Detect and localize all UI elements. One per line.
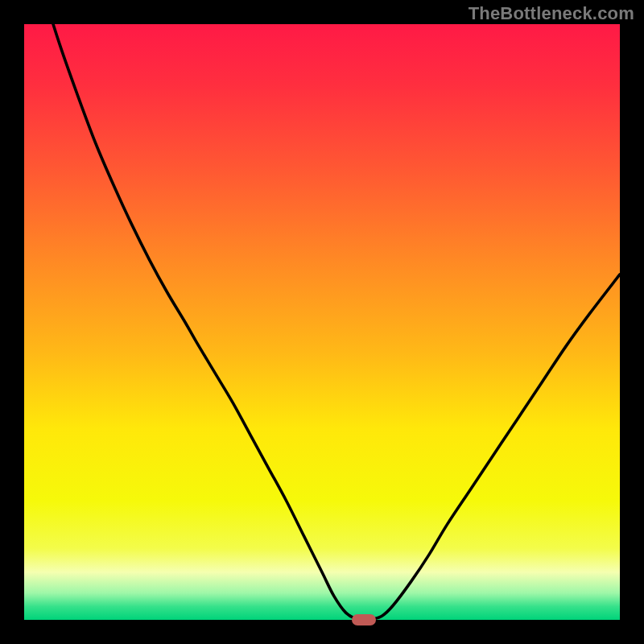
bottleneck-chart [24, 24, 620, 620]
chart-frame: TheBottleneck.com [0, 0, 644, 644]
plot-background [24, 24, 620, 620]
optimal-point-marker [352, 614, 376, 626]
watermark-text: TheBottleneck.com [469, 3, 634, 24]
